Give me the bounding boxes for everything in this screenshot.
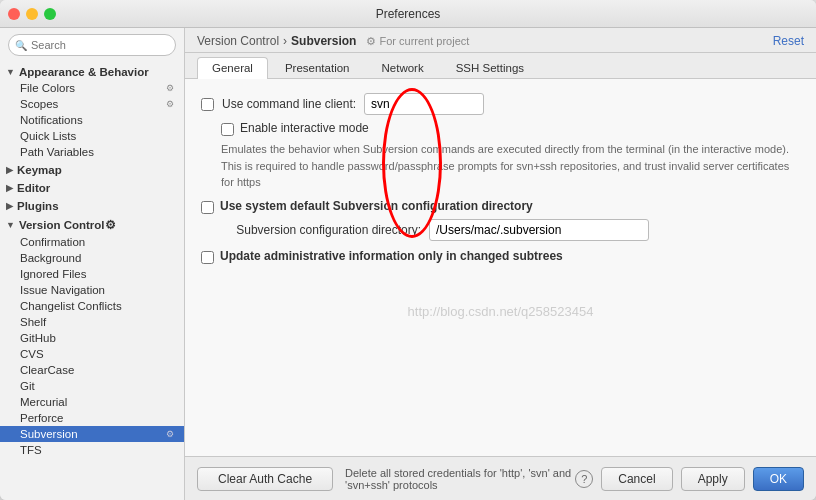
window-title: Preferences [376,7,441,21]
content-header: Version Control › Subversion ⚙ For curre… [185,28,816,53]
breadcrumb-hint: ⚙ For current project [366,35,469,48]
action-buttons: Cancel Apply OK [601,467,804,491]
tab-presentation[interactable]: Presentation [270,57,365,78]
apply-button[interactable]: Apply [681,467,745,491]
settings-icon: ⚙ [164,98,176,110]
sidebar-item-label: Notifications [20,114,83,126]
sidebar-item-label: Shelf [20,316,46,328]
description-text: Emulates the behavior when Subversion co… [221,141,800,191]
tab-general[interactable]: General [197,57,268,79]
sidebar-section-editor[interactable]: ▶ Editor [0,178,184,196]
content-area: Version Control › Subversion ⚙ For curre… [185,28,816,500]
sidebar-item-label: GitHub [20,332,56,344]
update-admin-checkbox[interactable] [201,251,214,264]
bottom-left: Clear Auth Cache Delete all stored crede… [197,467,575,491]
section-label-keymap: Keymap [17,164,62,176]
update-admin-label: Update administrative information only i… [220,249,563,263]
tab-network[interactable]: Network [367,57,439,78]
sidebar-item-background[interactable]: Background [0,250,184,266]
collapse-arrow-plugins: ▶ [6,201,13,211]
cmd-checkbox[interactable] [201,98,214,111]
sidebar-section-keymap[interactable]: ▶ Keymap [0,160,184,178]
sidebar-item-confirmation[interactable]: Confirmation [0,234,184,250]
sidebar-item-label: Issue Navigation [20,284,105,296]
sidebar-item-git[interactable]: Git [0,378,184,394]
sidebar-item-notifications[interactable]: Notifications [0,112,184,128]
maximize-button[interactable] [44,8,56,20]
minimize-button[interactable] [26,8,38,20]
description-line1: Emulates the behavior when Subversion co… [221,141,800,158]
sidebar-item-issue-navigation[interactable]: Issue Navigation [0,282,184,298]
sidebar-item-mercurial[interactable]: Mercurial [0,394,184,410]
sidebar-item-clearcase[interactable]: ClearCase [0,362,184,378]
sidebar-item-ignored-files[interactable]: Ignored Files [0,266,184,282]
update-admin-row: Update administrative information only i… [201,249,800,264]
clear-auth-cache-button[interactable]: Clear Auth Cache [197,467,333,491]
cancel-button[interactable]: Cancel [601,467,672,491]
sidebar-item-subversion[interactable]: Subversion ⚙ [0,426,184,442]
sidebar-item-github[interactable]: GitHub [0,330,184,346]
sidebar-item-label: Ignored Files [20,268,86,280]
sidebar-item-label: TFS [20,444,42,456]
sidebar-item-label: Subversion [20,428,78,440]
bottom-bar: Clear Auth Cache Delete all stored crede… [185,456,816,500]
description-line2: This is required to handle password/pass… [221,158,800,191]
sidebar-item-path-variables[interactable]: Path Variables [0,144,184,160]
cmd-client-row: Use command line client: [201,93,800,115]
sidebar-item-shelf[interactable]: Shelf [0,314,184,330]
sidebar-item-label: File Colors [20,82,75,94]
sidebar-item-label: ClearCase [20,364,74,376]
interactive-checkbox[interactable] [221,123,234,136]
sidebar-item-label: CVS [20,348,44,360]
tab-ssh-settings[interactable]: SSH Settings [441,57,539,78]
vc-settings-icon: ⚙ [105,218,116,232]
sys-default-row: Use system default Subversion configurat… [201,199,800,214]
search-input[interactable] [8,34,176,56]
tabs-row: General Presentation Network SSH Setting… [185,53,816,79]
sidebar-item-cvs[interactable]: CVS [0,346,184,362]
sidebar-item-label: Confirmation [20,236,85,248]
search-icon: 🔍 [15,40,27,51]
collapse-arrow-editor: ▶ [6,183,13,193]
sidebar-item-label: Path Variables [20,146,94,158]
config-dir-input[interactable] [429,219,649,241]
cmd-input[interactable] [364,93,484,115]
ok-button[interactable]: OK [753,467,804,491]
settings-icon: ⚙ [164,82,176,94]
sidebar-item-label: Quick Lists [20,130,76,142]
sidebar-item-changelist-conflicts[interactable]: Changelist Conflicts [0,298,184,314]
sidebar-item-scopes[interactable]: Scopes ⚙ [0,96,184,112]
sidebar-item-label: Changelist Conflicts [20,300,122,312]
auth-description: Delete all stored credentials for 'http'… [345,467,575,491]
titlebar: Preferences [0,0,816,28]
sidebar-item-perforce[interactable]: Perforce [0,410,184,426]
sidebar-item-quick-lists[interactable]: Quick Lists [0,128,184,144]
watermark: http://blog.csdn.net/q258523454 [201,304,800,319]
preferences-window: Preferences 🔍 ▼ Appearance & Behavior Fi… [0,0,816,500]
sys-default-checkbox[interactable] [201,201,214,214]
bottom-right: ? Cancel Apply OK [575,467,804,491]
breadcrumb-current: Subversion [291,34,356,48]
sidebar-section-version-control[interactable]: ▼ Version Control ⚙ [0,214,184,234]
tab-content-general: Use command line client: Enable interact… [185,79,816,456]
close-button[interactable] [8,8,20,20]
search-box[interactable]: 🔍 [8,34,176,56]
breadcrumb-sep: › [283,34,287,48]
collapse-arrow-keymap: ▶ [6,165,13,175]
section-label-plugins: Plugins [17,200,59,212]
help-icon[interactable]: ? [575,470,593,488]
sidebar-item-label: Scopes [20,98,58,110]
collapse-arrow-appearance: ▼ [6,67,15,77]
interactive-label: Enable interactive mode [240,121,369,135]
sidebar: 🔍 ▼ Appearance & Behavior File Colors ⚙ … [0,28,185,500]
sidebar-item-tfs[interactable]: TFS [0,442,184,458]
sidebar-section-plugins[interactable]: ▶ Plugins [0,196,184,214]
main-content: 🔍 ▼ Appearance & Behavior File Colors ⚙ … [0,28,816,500]
sidebar-item-file-colors[interactable]: File Colors ⚙ [0,80,184,96]
sidebar-item-label: Git [20,380,35,392]
sidebar-item-label: Background [20,252,81,264]
config-dir-row: Subversion configuration directory: [221,219,800,241]
sidebar-section-appearance[interactable]: ▼ Appearance & Behavior [0,62,184,80]
traffic-lights [8,8,56,20]
reset-button[interactable]: Reset [773,34,804,48]
